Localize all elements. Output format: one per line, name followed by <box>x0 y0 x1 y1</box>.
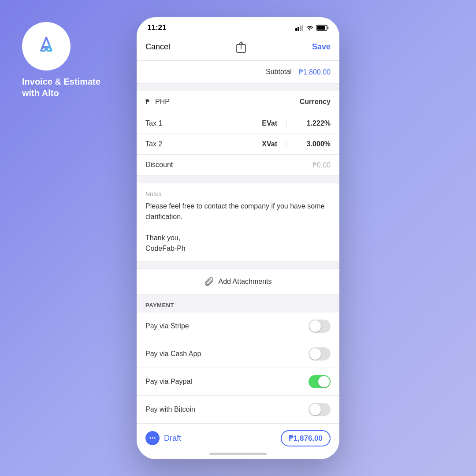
draft-dot: ··· <box>145 431 160 445</box>
nav-bar: Cancel Save <box>137 36 339 61</box>
bitcoin-label: Pay with Bitcoin <box>145 405 195 413</box>
subtotal-label: Subtotal <box>266 68 292 76</box>
total-badge[interactable]: ₱1,876.00 <box>281 430 331 446</box>
subtotal-row: Subtotal ₱1,800.00 <box>137 61 339 84</box>
cashapp-label: Pay via Cash App <box>145 350 201 358</box>
tax1-type: EVat <box>260 119 286 127</box>
notes-label: Notes <box>145 190 331 197</box>
brand-title: Invoice & Estimate with Alto <box>22 76 100 99</box>
tax2-type: XVat <box>260 140 286 148</box>
bottom-bar: ··· Draft ₱1,876.00 <box>137 424 339 450</box>
home-bar <box>209 453 267 455</box>
svg-text:₱: ₱ <box>145 98 149 105</box>
currency-section[interactable]: ₱ PHP Currency <box>137 91 339 113</box>
payment-paypal: Pay via Paypal <box>137 368 339 396</box>
save-button[interactable]: Save <box>312 42 331 52</box>
svg-rect-3 <box>302 25 303 31</box>
svg-rect-6 <box>317 26 325 30</box>
payment-stripe: Pay via Stripe <box>137 312 339 340</box>
signal-icon <box>295 25 303 31</box>
paypal-toggle[interactable] <box>309 375 331 388</box>
tax2-value: 3.000% <box>295 140 331 148</box>
tax1-name: Tax 1 <box>145 119 260 127</box>
content-area: Subtotal ₱1,800.00 ₱ PHP Currency Tax 1 … <box>137 61 339 459</box>
stripe-label: Pay via Stripe <box>145 322 189 330</box>
payment-cashapp: Pay via Cash App <box>137 340 339 368</box>
svg-rect-1 <box>298 27 299 31</box>
paypal-label: Pay via Paypal <box>145 378 192 386</box>
cashapp-toggle[interactable] <box>309 347 331 361</box>
tax-row-2: Tax 2 XVat 3.000% <box>137 134 339 155</box>
currency-col-header: Currency <box>300 98 331 106</box>
branding: Invoice & Estimate with Alto <box>22 22 100 99</box>
subtotal-value: ₱1,800.00 <box>299 68 331 76</box>
status-icons <box>295 25 329 31</box>
payment-header: PAYMENT <box>137 295 339 312</box>
phone-frame: 11:21 Cancel <box>137 17 339 459</box>
svg-rect-0 <box>295 28 297 31</box>
discount-label: Discount <box>145 161 173 169</box>
paperclip-icon <box>205 277 214 286</box>
status-time: 11:21 <box>147 23 166 32</box>
tax-row-1: Tax 1 EVat 1.222% <box>137 113 339 134</box>
battery-icon <box>316 25 329 31</box>
payment-bitcoin: Pay with Bitcoin <box>137 396 339 424</box>
svg-rect-5 <box>327 26 329 29</box>
notes-body: Please feel free to contact the company … <box>145 201 331 254</box>
tax2-name: Tax 2 <box>145 140 260 148</box>
status-bar: 11:21 <box>137 17 339 36</box>
attachments-row[interactable]: Add Attachments <box>137 268 339 295</box>
bitcoin-toggle[interactable] <box>309 403 331 416</box>
tax1-value: 1.222% <box>295 119 331 127</box>
draft-label: Draft <box>164 434 181 443</box>
cancel-button[interactable]: Cancel <box>145 42 170 52</box>
svg-rect-2 <box>300 26 301 31</box>
attachments-label: Add Attachments <box>219 278 272 286</box>
app-logo <box>22 22 71 71</box>
notes-section[interactable]: Notes Please feel free to contact the co… <box>137 183 339 261</box>
stripe-toggle[interactable] <box>309 320 331 333</box>
payment-title: PAYMENT <box>145 302 174 309</box>
php-label: ₱ PHP <box>145 98 170 106</box>
home-indicator <box>137 450 339 459</box>
discount-row[interactable]: Discount ₱0.00 <box>137 155 339 176</box>
share-icon[interactable] <box>234 40 248 54</box>
draft-section[interactable]: ··· Draft <box>145 431 181 445</box>
wifi-icon <box>306 25 314 31</box>
discount-value: ₱0.00 <box>312 161 331 169</box>
